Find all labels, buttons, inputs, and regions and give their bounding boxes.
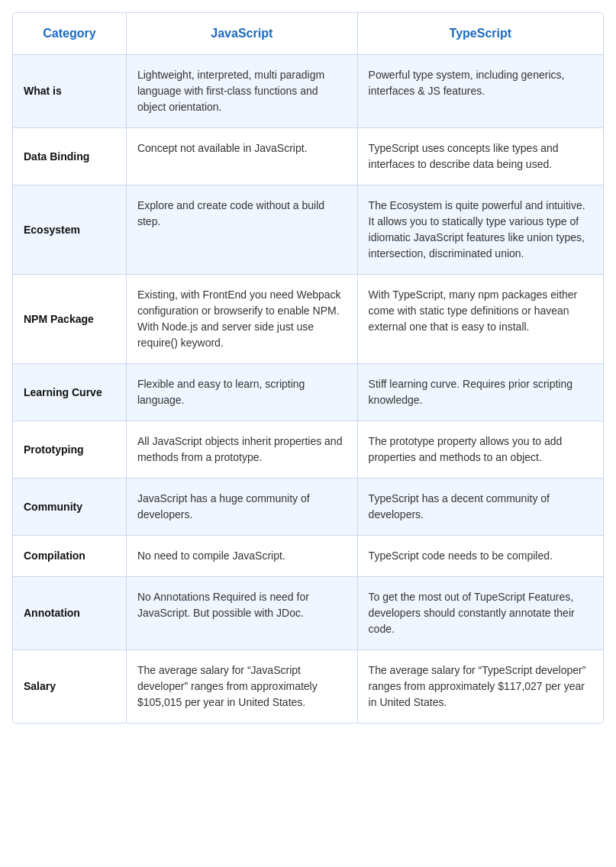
cell-javascript: Explore and create code without a build … (126, 185, 357, 275)
table-row: NPM PackageExisting, with FrontEnd you n… (13, 275, 603, 364)
table-row: PrototypingAll JavaScript objects inheri… (13, 421, 603, 479)
cell-javascript: No need to compile JavaScript. (126, 536, 357, 577)
cell-category: Community (13, 479, 126, 536)
cell-typescript: With TypeScript, many npm packages eithe… (357, 275, 603, 364)
cell-category: Prototyping (13, 421, 126, 479)
table-row: EcosystemExplore and create code without… (13, 185, 603, 275)
table-row: CommunityJavaScript has a huge community… (13, 479, 603, 536)
header-javascript: JavaScript (126, 13, 357, 55)
cell-typescript: The average salary for “TypeScript devel… (357, 650, 603, 724)
cell-javascript: Concept not available in JavaScript. (126, 128, 357, 185)
comparison-table: Category JavaScript TypeScript What isLi… (12, 12, 604, 724)
cell-javascript: Flexible and easy to learn, scripting la… (126, 364, 357, 421)
table-row: Learning CurveFlexible and easy to learn… (13, 364, 603, 421)
cell-typescript: Stiff learning curve. Requires prior scr… (357, 364, 603, 421)
cell-category: NPM Package (13, 275, 126, 364)
cell-category: What is (13, 55, 126, 128)
table-row: AnnotationNo Annotations Required is nee… (13, 577, 603, 650)
cell-javascript: The average salary for “JavaScript devel… (126, 650, 357, 724)
table-row: CompilationNo need to compile JavaScript… (13, 536, 603, 577)
table-row: What isLightweight, interpreted, multi p… (13, 55, 603, 128)
table-header-row: Category JavaScript TypeScript (13, 13, 603, 55)
cell-typescript: TypeScript code needs to be compiled. (357, 536, 603, 577)
cell-typescript: The Ecosystem is quite powerful and intu… (357, 185, 603, 275)
cell-typescript: The prototype property allows you to add… (357, 421, 603, 479)
cell-category: Learning Curve (13, 364, 126, 421)
cell-typescript: TypeScript has a decent community of dev… (357, 479, 603, 536)
cell-typescript: TypeScript uses concepts like types and … (357, 128, 603, 185)
table-row: Data BindingConcept not available in Jav… (13, 128, 603, 185)
table-row: SalaryThe average salary for “JavaScript… (13, 650, 603, 724)
cell-typescript: Powerful type system, including generics… (357, 55, 603, 128)
cell-category: Data Binding (13, 128, 126, 185)
cell-category: Ecosystem (13, 185, 126, 275)
header-category: Category (13, 13, 126, 55)
cell-javascript: Lightweight, interpreted, multi paradigm… (126, 55, 357, 128)
cell-javascript: Existing, with FrontEnd you need Webpack… (126, 275, 357, 364)
cell-javascript: All JavaScript objects inherit propertie… (126, 421, 357, 479)
header-typescript: TypeScript (357, 13, 603, 55)
cell-category: Compilation (13, 536, 126, 577)
cell-javascript: No Annotations Required is need for Java… (126, 577, 357, 650)
cell-category: Salary (13, 650, 126, 724)
cell-typescript: To get the most out of TupeScript Featur… (357, 577, 603, 650)
cell-category: Annotation (13, 577, 126, 650)
cell-javascript: JavaScript has a huge community of devel… (126, 479, 357, 536)
